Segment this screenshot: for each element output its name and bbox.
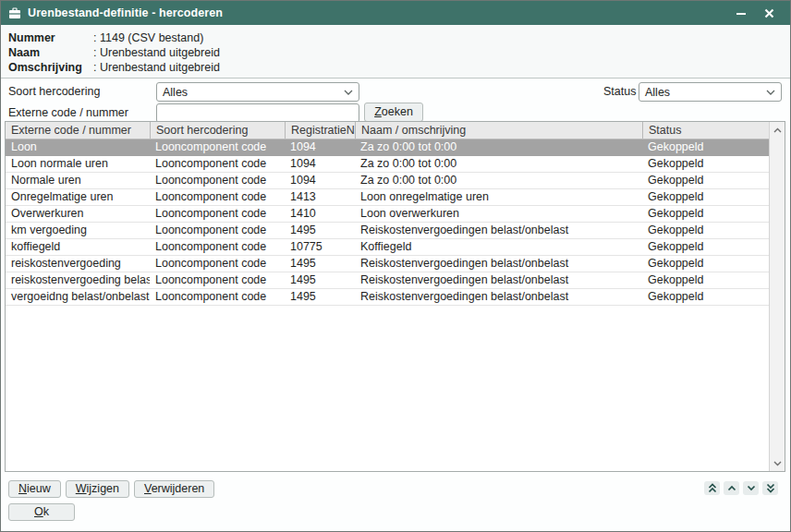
table-cell: Za zo 0:00 tot 0:00: [355, 139, 642, 155]
table-cell: Gekoppeld: [642, 256, 769, 272]
table-cell: Gekoppeld: [642, 139, 769, 155]
table-cell: 1495: [285, 289, 355, 305]
column-header-status[interactable]: Status: [642, 122, 769, 139]
info-label: Nummer: [8, 30, 93, 45]
minimize-icon: [736, 7, 747, 18]
verwijderen-button[interactable]: Verwijderen: [134, 480, 214, 498]
table-cell: 1094: [285, 156, 355, 172]
info-colon: :: [93, 30, 100, 45]
info-value: 1149 (CSV bestand): [100, 30, 203, 45]
go-previous-button[interactable]: [724, 481, 739, 495]
filter-panel: Soort hercodering Alles Status Alles Ext…: [1, 79, 790, 121]
chevron-down-icon: [747, 485, 756, 491]
table-row[interactable]: reiskostenvergoedingLooncomponent code14…: [6, 256, 769, 272]
table-cell: reiskostenvergoeding: [6, 256, 150, 272]
go-last-button[interactable]: [762, 481, 778, 495]
close-icon: [764, 8, 774, 18]
table-row[interactable]: reiskostenvergoeding belas...Looncompone…: [6, 272, 769, 289]
info-label: Omschrijving: [8, 60, 93, 75]
actions-row: Nieuw Wijzigen Verwijderen: [8, 480, 214, 498]
table-cell: Za zo 0:00 tot 0:00: [355, 173, 642, 188]
table-cell: Reiskostenvergoedingen belast/onbelast: [355, 272, 642, 288]
wijzigen-button[interactable]: Wijzigen: [66, 480, 129, 498]
table-cell: Loon normale uren: [6, 156, 150, 172]
table-cell: Koffiegeld: [355, 239, 642, 255]
go-first-button[interactable]: [704, 481, 720, 495]
window-title: Urenbestand-definitie - hercoderen: [28, 6, 223, 19]
soort-hercodering-value: Alles: [163, 86, 344, 99]
table-cell: Looncomponent code: [150, 156, 285, 172]
zoeken-button[interactable]: Zoeken: [364, 103, 423, 122]
table-cell: Gekoppeld: [642, 289, 769, 305]
recode-table: Externe code / nummer Soort hercodering …: [5, 121, 785, 472]
vertical-scrollbar[interactable]: [769, 122, 785, 471]
table-cell: 1495: [285, 256, 355, 272]
chevron-down-icon: [773, 461, 782, 466]
close-button[interactable]: [755, 1, 783, 25]
record-navigation: [704, 481, 778, 495]
chevron-down-icon: [766, 90, 775, 95]
info-colon: :: [93, 45, 100, 60]
chevron-up-icon: [727, 485, 736, 491]
table-cell: Loon overwerkuren: [355, 206, 642, 222]
column-header-soort-hercodering[interactable]: Soort hercodering: [150, 122, 285, 139]
ok-button[interactable]: Ok: [8, 503, 75, 521]
info-row-nummer: Nummer: 1149 (CSV bestand): [8, 30, 783, 45]
table-cell: Gekoppeld: [642, 223, 769, 238]
table-cell: Normale uren: [6, 173, 150, 188]
chevron-down-icon: [344, 90, 353, 95]
info-row-naam: Naam: Urenbestand uitgebreid: [8, 45, 783, 60]
briefcase-icon: [8, 7, 21, 19]
soort-hercodering-label: Soort hercodering: [8, 82, 100, 102]
table-cell: Reiskostenvergoedingen belast/onbelast: [355, 289, 642, 305]
info-row-omschrijving: Omschrijving: Urenbestand uitgebreid: [8, 60, 783, 75]
scroll-up-button[interactable]: [770, 122, 785, 138]
table-cell: vergoeidng belast/onbelast: [6, 289, 150, 305]
nieuw-button[interactable]: Nieuw: [8, 480, 61, 498]
table-cell: Loon onregelmatige uren: [355, 189, 642, 205]
table-row[interactable]: km vergoedingLooncomponent code1495Reisk…: [6, 223, 769, 239]
table-row[interactable]: vergoeidng belast/onbelastLooncomponent …: [6, 289, 769, 306]
info-value: Urenbestand uitgebreid: [100, 45, 220, 60]
dialog-window: Urenbestand-definitie - hercoderen Numme…: [0, 0, 791, 532]
table-cell: 1495: [285, 272, 355, 288]
table-cell: 1495: [285, 223, 355, 238]
table-cell: Za zo 0:00 tot 0:00: [355, 156, 642, 172]
status-select[interactable]: Alles: [639, 82, 782, 102]
titlebar: Urenbestand-definitie - hercoderen: [1, 1, 790, 25]
info-label: Naam: [8, 45, 93, 60]
table-row[interactable]: Normale urenLooncomponent code1094Za zo …: [6, 173, 769, 189]
column-header-naam-omschrijving[interactable]: Naam / omschrijving: [355, 122, 642, 139]
column-header-externe-code[interactable]: Externe code / nummer: [6, 122, 150, 139]
table-cell: Gekoppeld: [642, 239, 769, 255]
scroll-down-button[interactable]: [770, 455, 785, 471]
column-header-registratienr[interactable]: RegistratieNr: [285, 122, 355, 139]
table-cell: Gekoppeld: [642, 189, 769, 205]
chevron-up-icon: [773, 127, 782, 133]
table-row[interactable]: Onregelmatige urenLooncomponent code1413…: [6, 189, 769, 206]
table-cell: Reiskostenvergoedingen belast/onbelast: [355, 256, 642, 272]
soort-hercodering-select[interactable]: Alles: [156, 82, 359, 102]
table-cell: Gekoppeld: [642, 206, 769, 222]
go-next-button[interactable]: [743, 481, 759, 495]
table-cell: Gekoppeld: [642, 156, 769, 172]
info-colon: :: [93, 60, 100, 75]
table-cell: Reiskostenvergoedingen belast/onbelast: [355, 223, 642, 238]
minimize-button[interactable]: [727, 1, 755, 25]
table-cell: Looncomponent code: [150, 139, 285, 155]
table-cell: Looncomponent code: [150, 206, 285, 222]
table-cell: Gekoppeld: [642, 173, 769, 188]
table-row[interactable]: Loon normale urenLooncomponent code1094Z…: [6, 156, 769, 173]
table-cell: Overwerkuren: [6, 206, 150, 222]
table-row[interactable]: LoonLooncomponent code1094Za zo 0:00 tot…: [6, 139, 769, 156]
table-cell: Looncomponent code: [150, 239, 285, 255]
table-cell: 1410: [285, 206, 355, 222]
externe-code-label: Externe code / nummer: [8, 103, 128, 123]
externe-code-input[interactable]: [156, 103, 359, 123]
info-value: Urenbestand uitgebreid: [100, 60, 220, 75]
table-cell: Looncomponent code: [150, 189, 285, 205]
table-row[interactable]: OverwerkurenLooncomponent code1410Loon o…: [6, 206, 769, 223]
status-value: Alles: [645, 86, 766, 99]
table-row[interactable]: koffiegeldLooncomponent code10775Koffieg…: [6, 239, 769, 256]
table-cell: km vergoeding: [6, 223, 150, 238]
